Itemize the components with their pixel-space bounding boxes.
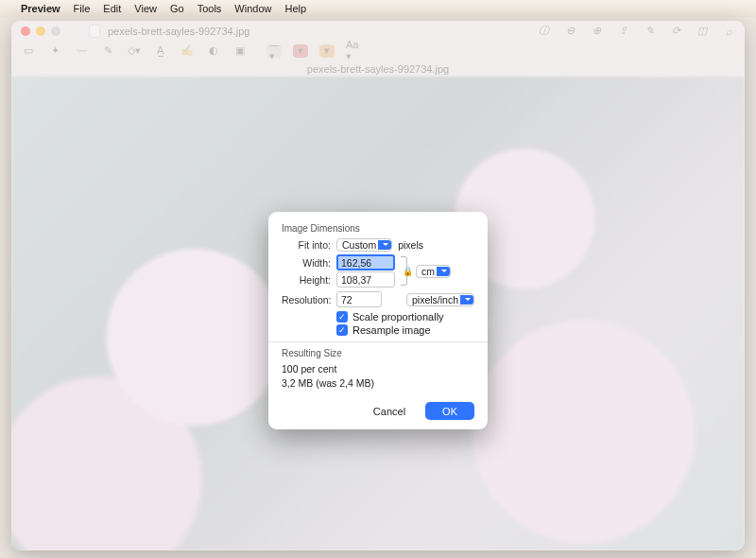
menu-help[interactable]: Help	[284, 3, 306, 14]
proportional-lock-icon[interactable]: 🔒	[401, 256, 410, 286]
fit-into-unit: pixels	[398, 239, 423, 251]
cancel-button[interactable]: Cancel	[361, 402, 418, 420]
section-title-dimensions: Image Dimensions	[282, 223, 474, 234]
resolution-label: Resolution:	[282, 294, 331, 305]
system-menubar: Preview File Edit View Go Tools Window H…	[0, 0, 756, 17]
menu-tools[interactable]: Tools	[198, 3, 222, 14]
menu-go[interactable]: Go	[170, 3, 184, 14]
app-menu[interactable]: Preview	[21, 3, 60, 14]
fit-into-label: Fit into:	[282, 239, 331, 251]
result-percent: 100 per cent	[282, 363, 474, 375]
preview-window: pexels-brett-sayles-992734.jpg ⓘ ⊖ ⊕ ⇪ ✎…	[11, 21, 745, 550]
menu-view[interactable]: View	[134, 3, 157, 14]
height-label: Height:	[282, 274, 331, 286]
resample-image-label: Resample image	[352, 324, 431, 336]
scale-proportionally-checkbox[interactable]: ✓	[336, 311, 348, 323]
size-unit-select[interactable]: cm	[416, 266, 451, 277]
width-label: Width:	[282, 257, 331, 269]
fit-into-select[interactable]: Custom	[336, 239, 392, 251]
menu-file[interactable]: File	[74, 3, 91, 14]
width-input[interactable]	[336, 254, 395, 270]
resample-image-checkbox[interactable]: ✓	[336, 324, 348, 336]
scale-proportionally-label: Scale proportionally	[352, 311, 444, 323]
menu-window[interactable]: Window	[234, 3, 271, 14]
resolution-input[interactable]	[336, 291, 382, 307]
height-input[interactable]	[336, 271, 395, 288]
adjust-size-sheet: Image Dimensions Fit into: Custom pixels…	[268, 212, 488, 429]
ok-button[interactable]: OK	[425, 402, 474, 420]
result-filesize: 3,2 MB (was 2,4 MB)	[282, 377, 474, 389]
resolution-unit-select[interactable]: pixels/inch	[406, 294, 474, 305]
section-title-resulting-size: Resulting Size	[282, 348, 474, 358]
menu-edit[interactable]: Edit	[103, 3, 121, 14]
divider	[268, 341, 488, 342]
